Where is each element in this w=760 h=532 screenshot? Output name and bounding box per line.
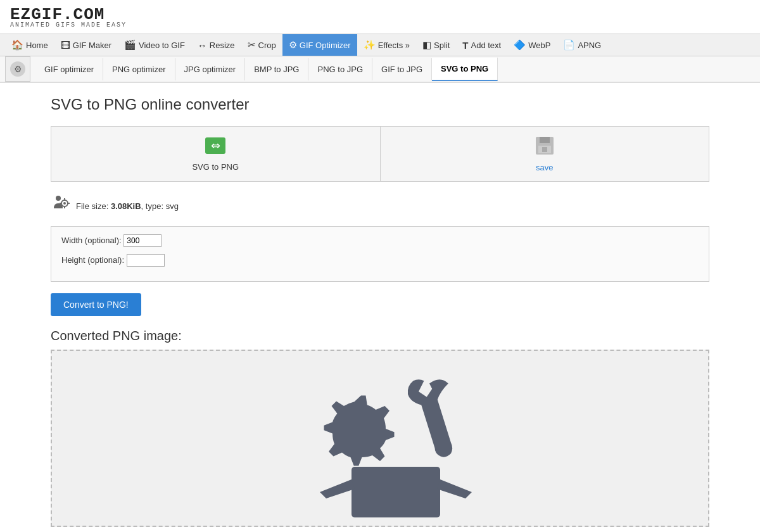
height-input[interactable] [127, 254, 165, 267]
svg-point-10 [63, 202, 66, 205]
svg-to-png-action-btn[interactable]: ⇔ SVG to PNG [51, 127, 381, 181]
video-to-gif-icon: 🎬 [124, 39, 136, 51]
subnav-item-svg-to-png[interactable]: SVG to PNG [432, 58, 498, 81]
subnav-label-jpg-optimizer: JPG optimizer [184, 65, 236, 74]
file-size: 3.08KiB [111, 201, 141, 211]
effects-icon: ✨ [364, 39, 376, 51]
subnav-item-png-to-jpg[interactable]: PNG to JPG [308, 58, 372, 80]
nav-label-crop: Crop [258, 41, 276, 50]
nav-item-split[interactable]: ◧ Split [416, 34, 456, 56]
nav-label-home: Home [26, 41, 48, 50]
nav-item-resize[interactable]: ↔ Resize [191, 35, 241, 56]
action-row: ⇔ SVG to PNG save [51, 126, 709, 182]
home-icon: 🏠 [11, 39, 23, 51]
subnav-item-jpg-optimizer[interactable]: JPG optimizer [175, 58, 246, 80]
nav-label-resize: Resize [210, 41, 235, 50]
nav-item-home[interactable]: 🏠 Home [5, 34, 54, 56]
nav-item-add-text[interactable]: T Add text [456, 35, 507, 56]
nav-label-apng: APNG [578, 41, 601, 50]
height-option-row: Height (optional): [61, 254, 699, 270]
preview-image [279, 356, 481, 521]
width-label: Width (optional): [61, 236, 122, 245]
width-input[interactable] [124, 234, 162, 247]
gif-maker-icon: 🎞 [61, 40, 70, 51]
svg-to-png-btn-label: SVG to PNG [192, 162, 239, 172]
logo-text-sub: ANIMATED GIFS MADE EASY [10, 22, 127, 28]
subnav-logo: ⚙ [5, 56, 30, 82]
width-option-row: Width (optional): [61, 234, 699, 250]
image-preview [51, 350, 709, 527]
file-info-text: File size: 3.08KiB, type: svg [76, 201, 179, 211]
webp-icon: 🔷 [514, 39, 526, 51]
nav-item-video-to-gif[interactable]: 🎬 Video to GIF [118, 34, 191, 56]
nav-item-gif-maker[interactable]: 🎞 GIF Maker [54, 35, 118, 56]
sub-navbar: ⚙ GIF optimizer PNG optimizer JPG optimi… [0, 56, 760, 83]
subnav-item-png-optimizer[interactable]: PNG optimizer [103, 58, 175, 80]
subnav-label-bmp-to-jpg: BMP to JPG [254, 65, 299, 74]
save-action-btn[interactable]: save [381, 127, 709, 181]
subnav-label-png-optimizer: PNG optimizer [112, 65, 166, 74]
subnav-item-gif-optimizer[interactable]: GIF optimizer [35, 58, 103, 80]
resize-icon: ↔ [198, 40, 207, 51]
nav-item-apng[interactable]: 📄 APNG [557, 34, 607, 56]
nav-label-split: Split [434, 41, 450, 50]
main-content: SVG to PNG online converter ⇔ SVG to PNG [0, 83, 760, 532]
nav-label-webp: WebP [528, 41, 550, 50]
svg-point-8 [56, 196, 61, 201]
subnav-label-svg-to-png: SVG to PNG [441, 64, 488, 73]
subnav-item-bmp-to-jpg[interactable]: BMP to JPG [245, 58, 308, 80]
crop-icon: ✂ [248, 39, 256, 51]
subnav-label-gif-to-jpg: GIF to JPG [381, 65, 422, 74]
file-info-row: File size: 3.08KiB, type: svg [51, 194, 709, 217]
svg-text:⚙: ⚙ [14, 64, 22, 74]
nav-label-video-to-gif: Video to GIF [139, 41, 185, 50]
height-label: Height (optional): [61, 255, 124, 265]
nav-label-add-text: Add text [471, 41, 502, 50]
add-text-icon: T [462, 40, 468, 51]
subnav-label-gif-optimizer: GIF optimizer [44, 65, 94, 74]
options-box: Width (optional): Height (optional): [51, 226, 709, 282]
nav-item-effects[interactable]: ✨ Effects » [357, 34, 416, 56]
convert-button[interactable]: Convert to PNG! [51, 293, 141, 316]
svg-rect-16 [352, 467, 440, 517]
save-btn-label: save [536, 163, 553, 172]
nav-item-webp[interactable]: 🔷 WebP [507, 34, 557, 56]
subnav-label-png-to-jpg: PNG to JPG [317, 65, 363, 74]
nav-item-gif-optimizer[interactable]: ⚙ GIF Optimizer [282, 34, 357, 56]
main-navbar: 🏠 Home 🎞 GIF Maker 🎬 Video to GIF ↔ Resi… [0, 34, 760, 56]
svg-text:⇔: ⇔ [211, 139, 220, 152]
apng-icon: 📄 [563, 39, 575, 51]
page-title: SVG to PNG online converter [51, 96, 709, 113]
gif-optimizer-icon: ⚙ [289, 39, 297, 51]
nav-label-gif-optimizer: GIF Optimizer [300, 41, 351, 50]
nav-item-crop[interactable]: ✂ Crop [241, 34, 282, 56]
subnav-item-gif-to-jpg[interactable]: GIF to JPG [372, 58, 432, 80]
svg-rect-5 [540, 137, 550, 143]
converted-section-title: Converted PNG image: [51, 329, 709, 343]
split-icon: ◧ [422, 39, 431, 51]
nav-label-effects: Effects » [378, 41, 410, 50]
svg-to-png-btn-icon: ⇔ [204, 136, 227, 160]
site-logo[interactable]: EZGIF.COM ANIMATED GIFS MADE EASY [10, 5, 127, 28]
file-thumb-icon [51, 194, 70, 217]
svg-rect-7 [542, 147, 547, 152]
nav-label-gif-maker: GIF Maker [73, 41, 111, 50]
save-btn-icon [535, 136, 555, 160]
